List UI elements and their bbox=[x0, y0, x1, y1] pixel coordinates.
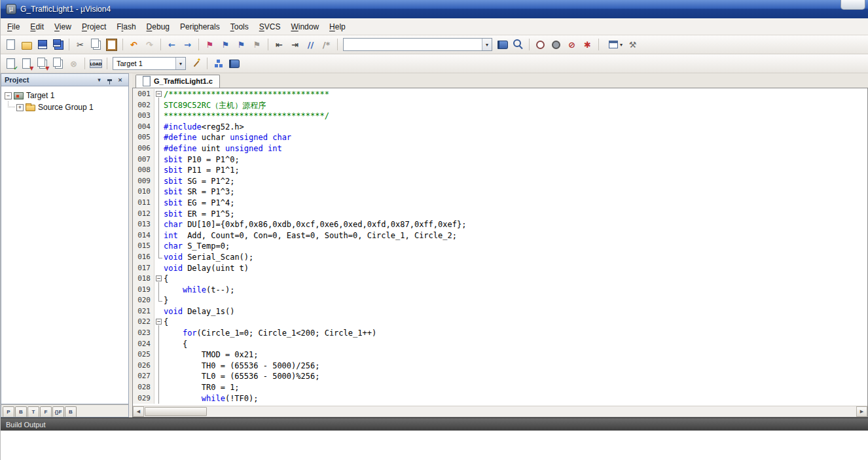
line-number[interactable]: 023 bbox=[133, 328, 154, 339]
menu-debug[interactable]: Debug bbox=[141, 20, 175, 34]
window-layout-dropdown[interactable] bbox=[602, 37, 624, 52]
line-number[interactable]: 026 bbox=[133, 361, 154, 372]
code-line[interactable]: 013char DU[10]={0xbf,0x86,0xdb,0xcf,0xe6… bbox=[133, 219, 867, 230]
clear-bookmarks-button[interactable]: ⚑ bbox=[249, 37, 264, 52]
code-line[interactable]: 024 { bbox=[133, 339, 867, 350]
line-number[interactable]: 014 bbox=[133, 230, 154, 241]
books-tab[interactable]: B bbox=[15, 406, 27, 417]
code-line[interactable]: 027 TL0 = (65536 - 5000)%256; bbox=[133, 371, 867, 382]
fold-marker[interactable] bbox=[154, 241, 164, 252]
code-text[interactable]: { bbox=[164, 317, 867, 328]
code-line[interactable]: 021void Delay_1s() bbox=[133, 306, 867, 317]
tree-item-target-1[interactable]: −Target 1 bbox=[1, 90, 128, 101]
fold-marker[interactable] bbox=[154, 100, 164, 111]
fold-marker[interactable] bbox=[154, 132, 164, 143]
line-number[interactable]: 019 bbox=[133, 285, 154, 296]
redo-button[interactable]: ↷ bbox=[142, 37, 157, 52]
paste-button[interactable] bbox=[104, 37, 119, 52]
fold-marker[interactable] bbox=[154, 328, 164, 339]
configure-button[interactable]: ⚒ bbox=[625, 37, 640, 52]
tree-item-source-group-1[interactable]: +Source Group 1 bbox=[1, 101, 128, 113]
save-button[interactable] bbox=[35, 37, 50, 52]
fold-collapse-icon[interactable]: − bbox=[156, 319, 162, 325]
auto-hide-pin-button[interactable] bbox=[105, 75, 115, 84]
fold-marker[interactable] bbox=[154, 285, 164, 296]
code-templates-tab[interactable]: {}F bbox=[52, 406, 64, 417]
fold-marker[interactable] bbox=[154, 339, 164, 350]
code-text[interactable]: sbit P11 = P1^1; bbox=[164, 165, 867, 176]
fold-marker[interactable] bbox=[154, 143, 164, 154]
code-line[interactable]: 011sbit EG = P1^4; bbox=[133, 198, 867, 209]
code-text[interactable]: TR0 = 1; bbox=[164, 382, 867, 393]
code-line[interactable]: 023 for(Circle_1=0; Circle_1<200; Circle… bbox=[133, 328, 867, 339]
copy-button[interactable] bbox=[88, 37, 103, 52]
code-text[interactable]: TH0 = (65536 - 5000)/256; bbox=[164, 361, 867, 372]
uncomment-button[interactable]: /* bbox=[319, 37, 334, 52]
code-text[interactable]: sbit P10 = P1^0; bbox=[164, 154, 867, 166]
line-number[interactable]: 024 bbox=[133, 339, 154, 350]
line-number[interactable]: 027 bbox=[133, 371, 154, 382]
code-line[interactable]: 016void Serial_Scan(); bbox=[133, 252, 867, 263]
next-bookmark-button[interactable]: ⚑ bbox=[234, 37, 249, 52]
code-line[interactable]: 028 TR0 = 1; bbox=[133, 382, 867, 393]
fold-marker[interactable] bbox=[154, 111, 164, 122]
line-number[interactable]: 010 bbox=[133, 186, 154, 198]
fold-marker[interactable] bbox=[154, 186, 164, 198]
code-text[interactable]: char S_Temp=0; bbox=[164, 241, 867, 252]
manage-project-items-button[interactable] bbox=[211, 56, 226, 71]
code-text[interactable]: sbit SG = P1^2; bbox=[164, 176, 867, 187]
navigate-back-button[interactable]: ← bbox=[164, 37, 179, 52]
open-button[interactable] bbox=[19, 37, 34, 52]
fold-marker[interactable] bbox=[154, 295, 164, 306]
line-number[interactable]: 001 bbox=[133, 89, 154, 100]
code-text[interactable]: sbit ER = P1^5; bbox=[164, 209, 867, 220]
fold-marker[interactable] bbox=[154, 382, 164, 393]
prev-bookmark-button[interactable]: ⚑ bbox=[218, 37, 233, 52]
line-number[interactable]: 029 bbox=[133, 393, 154, 404]
code-line[interactable]: 001−/********************************** bbox=[133, 89, 867, 100]
line-number[interactable]: 013 bbox=[133, 219, 154, 230]
kill-breakpoints-button[interactable] bbox=[549, 37, 564, 52]
line-number[interactable]: 008 bbox=[133, 165, 154, 176]
code-line[interactable]: 022−{ bbox=[133, 317, 867, 328]
fold-marker[interactable] bbox=[154, 371, 164, 382]
code-text[interactable]: TMOD = 0x21; bbox=[164, 349, 867, 361]
toggle-bookmark-button[interactable]: ⚑ bbox=[202, 37, 217, 52]
disable-breakpoints-button[interactable]: ⊘ bbox=[564, 37, 579, 52]
code-area[interactable]: 001−/**********************************0… bbox=[132, 88, 868, 417]
menu-help[interactable]: Help bbox=[324, 20, 351, 34]
file-extensions-button[interactable] bbox=[226, 56, 242, 71]
code-line[interactable]: 029 while(!TF0); bbox=[133, 393, 867, 404]
line-number[interactable]: 006 bbox=[133, 143, 154, 154]
enable-breakpoints-button[interactable]: ✱ bbox=[580, 37, 595, 52]
indent-right-button[interactable]: ⇥ bbox=[287, 37, 302, 52]
menu-file[interactable]: File bbox=[2, 20, 25, 34]
build-output-bar[interactable]: Build Output bbox=[1, 417, 868, 431]
load-button[interactable]: LOAD bbox=[88, 56, 103, 71]
code-text[interactable]: } bbox=[164, 295, 867, 306]
menu-svcs[interactable]: SVCS bbox=[254, 20, 286, 34]
fold-marker[interactable] bbox=[154, 349, 164, 361]
app-icon[interactable]: µ bbox=[6, 4, 16, 14]
menu-edit[interactable]: Edit bbox=[25, 20, 49, 34]
code-line[interactable]: 006#define uint unsigned int bbox=[133, 143, 867, 154]
window-controls[interactable] bbox=[841, 0, 865, 10]
line-number[interactable]: 011 bbox=[133, 198, 154, 209]
code-text[interactable]: void Serial_Scan(); bbox=[164, 252, 867, 263]
scroll-left-button[interactable]: ◀ bbox=[133, 406, 144, 417]
code-text[interactable]: sbit SR = P1^3; bbox=[164, 186, 867, 198]
dock-menu-button[interactable]: ▾ bbox=[94, 75, 104, 84]
dropdown-arrow-icon[interactable]: ▾ bbox=[482, 39, 492, 50]
dropdown-arrow-icon[interactable]: ▾ bbox=[175, 58, 185, 69]
code-line[interactable]: 025 TMOD = 0x21; bbox=[133, 349, 867, 361]
options-for-target-button[interactable] bbox=[189, 56, 204, 71]
code-text[interactable]: char DU[10]={0xbf,0x86,0xdb,0xcf,0xe6,0x… bbox=[164, 219, 867, 230]
code-text[interactable]: #define uint unsigned int bbox=[164, 143, 867, 154]
code-line[interactable]: 007sbit P10 = P1^0; bbox=[133, 154, 867, 166]
menu-project[interactable]: Project bbox=[77, 20, 111, 34]
code-text[interactable]: int Add, Count=0, Con=0, East=0, South=0… bbox=[164, 230, 867, 241]
code-text[interactable]: { bbox=[164, 339, 867, 350]
code-text[interactable]: void Delay(uint t) bbox=[164, 263, 867, 274]
code-text[interactable]: #define uchar unsigned char bbox=[164, 132, 867, 143]
find-combobox[interactable]: ▾ bbox=[343, 38, 492, 51]
